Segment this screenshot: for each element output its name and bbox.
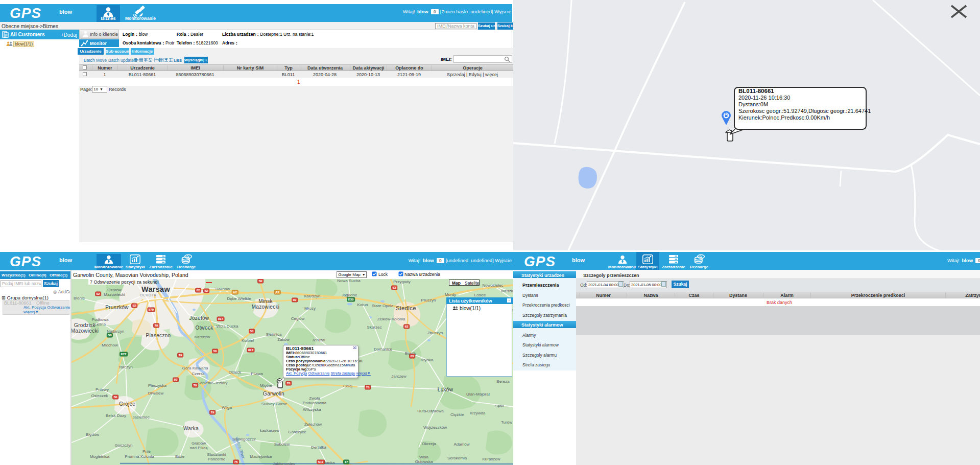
svg-text:LBS: LBS (174, 58, 182, 63)
